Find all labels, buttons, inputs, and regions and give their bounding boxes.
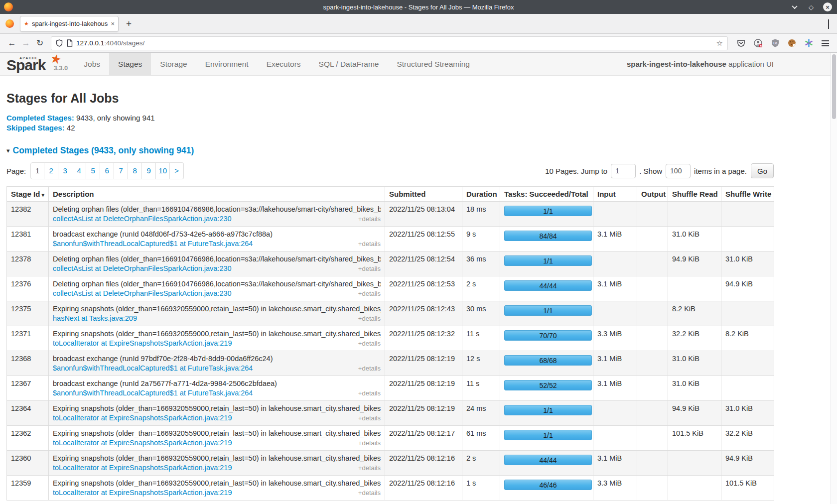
duration-cell: 1 s [462, 476, 500, 501]
new-tab-button[interactable]: + [126, 18, 132, 29]
url-bar[interactable]: 127.0.0.1:4040/stages/ ☆ [51, 36, 728, 50]
go-button[interactable]: Go [751, 163, 774, 178]
account-icon[interactable] [754, 39, 763, 48]
list-all-tabs-button[interactable] [828, 19, 829, 28]
column-header-submitted[interactable]: Submitted [385, 187, 462, 202]
pagination-next-button[interactable]: > [170, 162, 184, 179]
nav-item-stages[interactable]: Stages [109, 53, 151, 75]
pagination-page-9[interactable]: 9 [142, 162, 156, 179]
column-header-shuffle-read[interactable]: Shuffle Read [668, 187, 721, 202]
details-toggle[interactable]: +details [358, 215, 381, 223]
stage-callsite-link[interactable]: toLocalIterator at ExpireSnapshotsSparkA… [53, 439, 232, 447]
stage-callsite-link[interactable]: toLocalIterator at ExpireSnapshotsSparkA… [53, 414, 232, 422]
pagination-page-3[interactable]: 3 [58, 162, 72, 179]
nav-item-environment[interactable]: Environment [196, 53, 258, 75]
spark-logo[interactable]: APACHE Spark ★ [6, 53, 48, 75]
vertical-scrollbar[interactable] [831, 53, 837, 504]
description-cell: Expiring snapshots (older_than=166932055… [49, 426, 385, 451]
stage-callsite-link[interactable]: collectAsList at DeleteOrphanFilesSparkA… [53, 264, 232, 272]
extension-asterisk-icon[interactable] [805, 39, 813, 47]
page-info-icon[interactable] [67, 39, 73, 47]
pagination-page-8[interactable]: 8 [128, 162, 142, 179]
output-cell [637, 252, 668, 276]
details-toggle[interactable]: +details [358, 489, 381, 497]
stage-callsite-link[interactable]: hasNext at Tasks.java:209 [53, 314, 137, 322]
nav-item-executors[interactable]: Executors [258, 53, 310, 75]
window-minimize-button[interactable] [790, 2, 799, 11]
output-cell [637, 376, 668, 401]
details-toggle[interactable]: +details [358, 365, 381, 372]
browser-tab[interactable]: ★ spark-ingest-into-lakehous × [20, 16, 119, 32]
nav-item-structured-streaming[interactable]: Structured Streaming [388, 53, 478, 75]
stages-table: Stage Id ▾DescriptionSubmittedDurationTa… [6, 186, 774, 501]
column-header-shuffle-write[interactable]: Shuffle Write [721, 187, 774, 202]
details-toggle[interactable]: +details [358, 414, 381, 422]
scrollbar-thumb[interactable] [832, 54, 836, 119]
bookmark-star-icon[interactable]: ☆ [716, 39, 723, 48]
description-second-line: toLocalIterator at ExpireSnapshotsSparkA… [53, 464, 381, 472]
menu-icon[interactable] [822, 40, 829, 46]
url-text[interactable]: 127.0.0.1:4040/stages/ [76, 39, 716, 47]
input-cell: 3.3 MiB [593, 326, 637, 351]
details-toggle[interactable]: +details [358, 315, 381, 322]
column-header-duration[interactable]: Duration [462, 187, 500, 202]
duration-cell: 61 ms [462, 426, 500, 451]
column-header-tasks-succeeded-total[interactable]: Tasks: Succeeded/Total [500, 187, 593, 202]
reload-button[interactable]: ↻ [33, 38, 47, 48]
column-header-output[interactable]: Output [637, 187, 668, 202]
pocket-icon[interactable] [737, 39, 745, 47]
items-per-page-input[interactable] [666, 164, 691, 178]
tasks-cell: 44/44 [500, 276, 593, 301]
summary-label-link[interactable]: Skipped Stages: [6, 124, 65, 132]
column-header-description[interactable]: Description [49, 187, 385, 202]
input-cell [593, 202, 637, 227]
output-cell [637, 476, 668, 501]
stage-row-12375: 12375Expiring snapshots (older_than=1669… [7, 301, 774, 326]
nav-item-storage[interactable]: Storage [151, 53, 196, 75]
pagination-page-7[interactable]: 7 [114, 162, 128, 179]
details-toggle[interactable]: +details [358, 340, 381, 347]
output-cell [637, 202, 668, 227]
tab-close-icon[interactable]: × [111, 20, 115, 27]
pagination-page-6[interactable]: 6 [100, 162, 114, 179]
stage-callsite-link[interactable]: $anonfun$withThreadLocalCaptured$1 at Fu… [53, 364, 253, 372]
completed-stages-section-toggle[interactable]: ▾ Completed Stages (9433, only showing 9… [6, 145, 774, 156]
stage-callsite-link[interactable]: collectAsList at DeleteOrphanFilesSparkA… [53, 215, 232, 223]
description-cell: Deleting orphan files (older_than=166910… [49, 252, 385, 276]
column-header-stage-id[interactable]: Stage Id ▾ [7, 187, 49, 202]
stage-callsite-link[interactable]: $anonfun$withThreadLocalCaptured$1 at Fu… [53, 389, 253, 397]
pagination-page-4[interactable]: 4 [72, 162, 86, 179]
stage-callsite-link[interactable]: $anonfun$withThreadLocalCaptured$1 at Fu… [53, 240, 253, 248]
stage-callsite-link[interactable]: toLocalIterator at ExpireSnapshotsSparkA… [53, 489, 232, 497]
back-button[interactable]: ← [5, 38, 19, 48]
stage-callsite-link[interactable]: collectAsList at DeleteOrphanFilesSparkA… [53, 289, 232, 297]
stage-id-cell: 12382 [7, 202, 49, 227]
details-toggle[interactable]: +details [358, 290, 381, 297]
details-toggle[interactable]: +details [358, 464, 381, 472]
pagination-page-1[interactable]: 1 [30, 162, 44, 179]
pagination-page-2[interactable]: 2 [44, 162, 58, 179]
details-toggle[interactable]: +details [358, 439, 381, 447]
details-toggle[interactable]: +details [358, 240, 381, 248]
nav-item-jobs[interactable]: Jobs [75, 53, 109, 75]
stage-id-cell: 12371 [7, 326, 49, 351]
details-toggle[interactable]: +details [358, 265, 381, 272]
description-cell: Deleting orphan files (older_than=166910… [49, 202, 385, 227]
sort-arrow-icon: ▾ [40, 192, 44, 198]
ublock-icon[interactable]: U0 [771, 39, 779, 47]
cookie-icon[interactable] [788, 39, 796, 47]
pagination-page-5[interactable]: 5 [86, 162, 100, 179]
stage-row-12364: 12364Expiring snapshots (older_than=1669… [7, 401, 774, 426]
stage-callsite-link[interactable]: toLocalIterator at ExpireSnapshotsSparkA… [53, 464, 232, 472]
details-toggle[interactable]: +details [358, 389, 381, 397]
window-maximize-button[interactable]: ◇ [807, 2, 816, 11]
nav-item-sql-dataframe[interactable]: SQL / DataFrame [310, 53, 388, 75]
shuffle-read-cell: 8.2 KiB [668, 301, 721, 326]
pagination-page-10[interactable]: 10 [156, 162, 170, 179]
summary-label-link[interactable]: Completed Stages: [6, 114, 74, 122]
column-header-input[interactable]: Input [593, 187, 637, 202]
stage-callsite-link[interactable]: toLocalIterator at ExpireSnapshotsSparkA… [53, 339, 232, 347]
shield-icon[interactable] [56, 39, 63, 47]
window-close-button[interactable]: × [823, 2, 832, 11]
jump-to-page-input[interactable] [611, 164, 636, 178]
